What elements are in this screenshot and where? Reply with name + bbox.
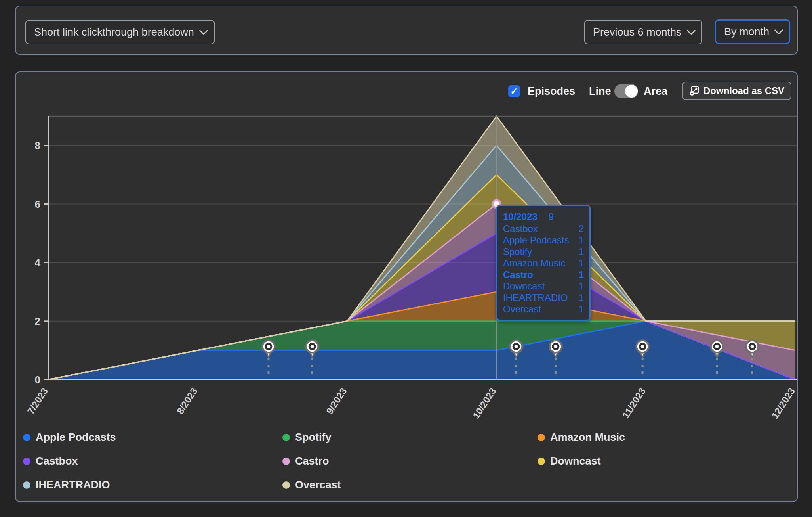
- episode-marker-dot: [513, 344, 519, 349]
- legend-dot-icon: [282, 481, 290, 489]
- tooltip-date: 10/2023: [503, 211, 538, 223]
- tooltip-series-name: Overcast: [503, 303, 541, 315]
- episode-marker-dot: [640, 344, 645, 349]
- tooltip-series-value: 1: [579, 257, 584, 269]
- legend-item-amazon-music[interactable]: Amazon Music: [538, 429, 780, 446]
- tooltip-rows: Castbox2Apple Podcasts1Spotify1Amazon Mu…: [503, 223, 584, 315]
- tooltip-row-castro: Castro1: [503, 269, 584, 280]
- x-tick-label-11-2023: 11/2023: [620, 386, 648, 420]
- x-tick-label-9-2023: 9/2023: [324, 386, 349, 416]
- y-tick-label-6: 6: [35, 198, 40, 210]
- tooltip-row-iheartradio: IHEARTRADIO1: [503, 292, 584, 303]
- tooltip-row-spotify: Spotify1: [503, 246, 584, 257]
- chart-legend: Apple PodcastsSpotifyAmazon MusicCastbox…: [23, 429, 780, 494]
- tooltip-row-overcast: Overcast1: [503, 303, 584, 315]
- episode-marker-dot: [266, 344, 271, 349]
- legend-label: IHEARTRADIO: [36, 479, 110, 491]
- legend-dot-icon: [23, 458, 30, 465]
- legend-label: Castro: [295, 455, 329, 467]
- tooltip-series-name: Spotify: [503, 246, 532, 257]
- legend-item-castbox[interactable]: Castbox: [23, 453, 282, 470]
- tooltip-series-name: Amazon Music: [503, 257, 565, 269]
- tooltip-series-value: 1: [579, 292, 584, 303]
- y-tick-label-0: 0: [35, 374, 40, 386]
- episode-marker-dot: [309, 344, 315, 349]
- x-tick-label-10-2023: 10/2023: [471, 386, 498, 420]
- tooltip-series-name: Downcast: [503, 280, 545, 292]
- legend-label: Overcast: [295, 479, 341, 491]
- legend-label: Spotify: [295, 431, 332, 444]
- episode-marker-dot: [749, 344, 755, 349]
- x-tick-label-12-2023: 12/2023: [769, 386, 797, 420]
- tooltip-series-value: 1: [579, 234, 584, 246]
- tooltip-series-name: Castbox: [503, 223, 538, 234]
- legend-label: Apple Podcasts: [36, 431, 116, 444]
- legend-item-spotify[interactable]: Spotify: [282, 429, 538, 446]
- y-tick-label-4: 4: [35, 257, 41, 268]
- chart-tooltip: 10/2023 9 Castbox2Apple Podcasts1Spotify…: [496, 205, 591, 321]
- tooltip-series-name: IHEARTRADIO: [503, 292, 568, 303]
- tooltip-series-value: 1: [579, 280, 584, 292]
- tooltip-row-castbox: Castbox2: [503, 223, 584, 234]
- tooltip-series-value: 1: [579, 303, 584, 315]
- tooltip-header: 10/2023 9: [503, 211, 584, 223]
- legend-item-downcast[interactable]: Downcast: [538, 453, 780, 470]
- legend-label: Downcast: [550, 455, 601, 467]
- legend-label: Castbox: [36, 455, 78, 467]
- tooltip-series-name: Apple Podcasts: [503, 234, 569, 246]
- legend-dot-icon: [282, 434, 290, 441]
- legend-dot-icon: [538, 434, 545, 441]
- legend-dot-icon: [23, 434, 30, 441]
- tooltip-row-amazon-music: Amazon Music1: [503, 257, 584, 269]
- tooltip-total: 9: [549, 211, 554, 223]
- legend-dot-icon: [23, 481, 30, 489]
- episode-marker-dot: [714, 344, 720, 349]
- tooltip-series-name: Castro: [503, 269, 533, 280]
- legend-label: Amazon Music: [550, 431, 625, 444]
- y-tick-label-8: 8: [35, 140, 40, 151]
- legend-item-overcast[interactable]: Overcast: [282, 477, 538, 494]
- tooltip-series-value: 1: [579, 246, 584, 257]
- legend-item-apple-podcasts[interactable]: Apple Podcasts: [23, 429, 282, 446]
- x-tick-label-7-2023: 7/2023: [25, 386, 50, 416]
- episode-marker-dot: [553, 344, 558, 349]
- legend-item-iheartradio[interactable]: IHEARTRADIO: [23, 477, 282, 494]
- x-tick-label-8-2023: 8/2023: [175, 386, 200, 416]
- tooltip-series-value: 1: [579, 269, 584, 280]
- legend-dot-icon: [538, 458, 545, 465]
- legend-dot-icon: [282, 458, 290, 465]
- tooltip-series-value: 2: [579, 223, 584, 234]
- legend-item-castro[interactable]: Castro: [282, 453, 538, 470]
- y-tick-label-2: 2: [35, 315, 40, 327]
- tooltip-row-downcast: Downcast1: [503, 280, 584, 292]
- tooltip-row-apple-podcasts: Apple Podcasts1: [503, 234, 584, 246]
